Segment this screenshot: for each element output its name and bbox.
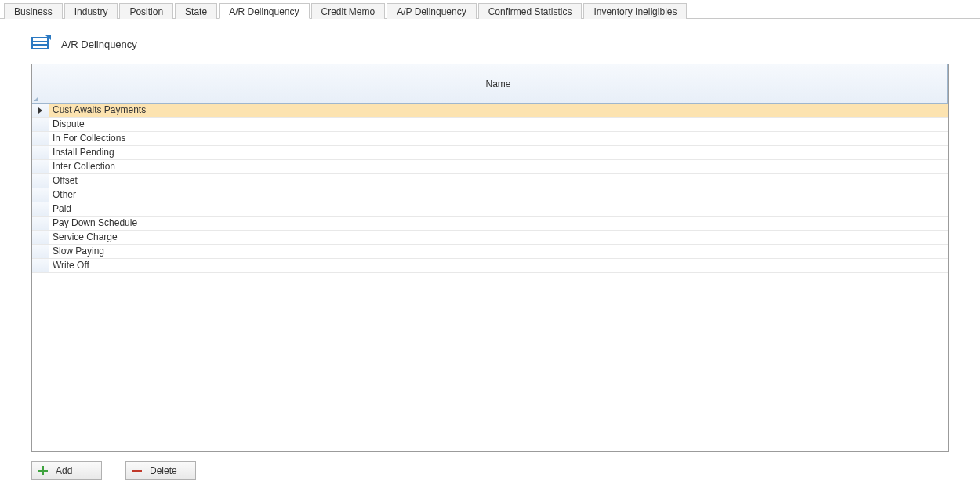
grid-body: Cust Awaits PaymentsDisputeIn For Collec… bbox=[32, 104, 948, 452]
grid-select-all[interactable] bbox=[32, 64, 49, 103]
svg-rect-0 bbox=[32, 38, 48, 49]
cell-name[interactable]: Inter Collection bbox=[49, 160, 948, 173]
grid-header-row: Name bbox=[32, 64, 948, 104]
cell-name[interactable]: Install Pending bbox=[49, 146, 948, 159]
row-selector[interactable] bbox=[32, 146, 49, 159]
tab-bar: BusinessIndustryPositionStateA/R Delinqu… bbox=[0, 0, 980, 19]
cell-name[interactable]: Write Off bbox=[49, 259, 948, 272]
table-row[interactable]: Write Off bbox=[32, 259, 948, 273]
row-selector[interactable] bbox=[32, 231, 49, 244]
minus-icon bbox=[132, 466, 142, 475]
tab-credit-memo[interactable]: Credit Memo bbox=[311, 3, 386, 19]
add-button-label: Add bbox=[56, 465, 72, 476]
tab-confirmed-statistics[interactable]: Confirmed Statistics bbox=[478, 3, 583, 19]
cell-name[interactable]: Pay Down Schedule bbox=[49, 217, 948, 230]
panel-icon bbox=[31, 35, 52, 54]
cell-name[interactable]: Offset bbox=[49, 174, 948, 188]
cell-name[interactable]: Paid bbox=[49, 202, 948, 216]
cell-name[interactable]: Dispute bbox=[49, 118, 948, 131]
cell-name[interactable]: Cust Awaits Payments bbox=[49, 104, 948, 117]
row-selector[interactable] bbox=[32, 174, 49, 188]
table-row[interactable]: Slow Paying bbox=[32, 245, 948, 259]
tab-a-p-delinquency[interactable]: A/P Delinquency bbox=[387, 3, 477, 19]
table-row[interactable]: Inter Collection bbox=[32, 160, 948, 174]
action-bar: Add Delete bbox=[31, 461, 949, 480]
tab-inventory-ineligibles[interactable]: Inventory Ineligibles bbox=[583, 3, 687, 19]
table-row[interactable]: Offset bbox=[32, 174, 948, 188]
row-selector[interactable] bbox=[32, 104, 49, 117]
panel-header: A/R Delinquency bbox=[31, 35, 949, 54]
panel-content: A/R Delinquency Name Cust Awaits Payment… bbox=[0, 19, 980, 480]
plus-icon bbox=[38, 466, 48, 475]
delete-button[interactable]: Delete bbox=[125, 461, 196, 480]
row-selector[interactable] bbox=[32, 202, 49, 216]
tab-business[interactable]: Business bbox=[4, 3, 63, 19]
row-indicator-icon bbox=[38, 107, 42, 114]
row-selector[interactable] bbox=[32, 245, 49, 258]
tab-state[interactable]: State bbox=[175, 3, 217, 19]
row-selector[interactable] bbox=[32, 217, 49, 230]
table-row[interactable]: Cust Awaits Payments bbox=[32, 104, 948, 118]
add-button[interactable]: Add bbox=[31, 461, 102, 480]
grid-column-header-name[interactable]: Name bbox=[49, 64, 948, 103]
row-selector[interactable] bbox=[32, 160, 49, 173]
cell-name[interactable]: Other bbox=[49, 188, 948, 202]
tab-industry[interactable]: Industry bbox=[64, 3, 118, 19]
panel-title: A/R Delinquency bbox=[61, 38, 137, 50]
table-row[interactable]: Install Pending bbox=[32, 146, 948, 160]
table-row[interactable]: Dispute bbox=[32, 118, 948, 132]
delete-button-label: Delete bbox=[150, 465, 177, 476]
table-row[interactable]: Service Charge bbox=[32, 231, 948, 245]
tab-position[interactable]: Position bbox=[119, 3, 173, 19]
tab-a-r-delinquency[interactable]: A/R Delinquency bbox=[219, 3, 309, 19]
table-row[interactable]: Other bbox=[32, 188, 948, 202]
table-row[interactable]: Pay Down Schedule bbox=[32, 217, 948, 231]
table-row[interactable]: In For Collections bbox=[32, 132, 948, 146]
data-grid: Name Cust Awaits PaymentsDisputeIn For C… bbox=[31, 64, 949, 452]
table-row[interactable]: Paid bbox=[32, 202, 948, 217]
row-selector[interactable] bbox=[32, 259, 49, 272]
cell-name[interactable]: Service Charge bbox=[49, 231, 948, 244]
row-selector[interactable] bbox=[32, 132, 49, 145]
cell-name[interactable]: In For Collections bbox=[49, 132, 948, 145]
cell-name[interactable]: Slow Paying bbox=[49, 245, 948, 258]
row-selector[interactable] bbox=[32, 188, 49, 202]
row-selector[interactable] bbox=[32, 118, 49, 131]
